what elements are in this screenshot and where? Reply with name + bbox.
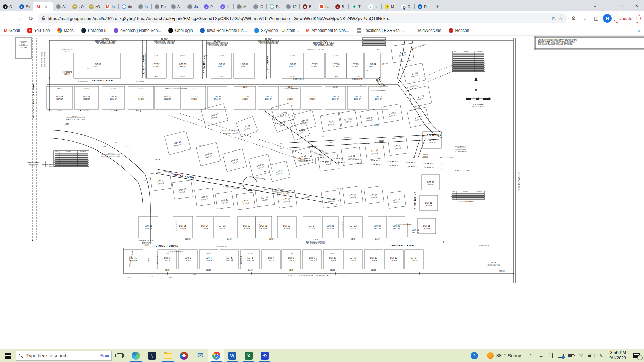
taskbar-clock[interactable]: 3:56 PM 9/1/2023 xyxy=(606,350,629,361)
browser-menu-icon[interactable]: ⋮ xyxy=(635,16,639,21)
bookmark-item[interactable]: SkySlope - Custom... xyxy=(254,28,299,33)
tray-chevron-up-icon[interactable]: ⌃ xyxy=(526,349,536,362)
profile-avatar[interactable]: H xyxy=(603,14,612,23)
taskbar-edge[interactable] xyxy=(128,349,144,362)
notification-center-button[interactable]: 1 xyxy=(629,349,644,362)
browser-tab[interactable]: BB xyxy=(332,2,349,11)
tab-search-chevron-icon[interactable]: ⌄ xyxy=(590,3,600,8)
bookmark-item[interactable]: Maps xyxy=(57,28,74,33)
lock-icon[interactable] xyxy=(42,16,45,20)
browser-tab[interactable]: 12 xyxy=(283,2,300,11)
address-bar[interactable]: https://mail.google.com/mail/u/0/?zx=xg2… xyxy=(38,13,567,23)
phone-link-icon[interactable] xyxy=(546,349,556,362)
browser-tab[interactable]: do xyxy=(119,2,135,11)
map-annotation: 125.03' xyxy=(111,110,116,111)
lot-number: LOT 85 xyxy=(351,63,359,65)
weather-widget[interactable]: 88°F Sunny xyxy=(482,349,526,362)
close-button[interactable]: ✕ xyxy=(629,0,644,11)
taskbar-remote-app[interactable]: ⟲ xyxy=(257,349,273,362)
tab-title: zO xyxy=(95,5,100,9)
pen-workspace-icon[interactable]: ✎ xyxy=(596,349,606,362)
lot-number: LOT 22 xyxy=(374,225,381,227)
search-highlight-image[interactable]: ❀◆◆ xyxy=(100,353,109,359)
bookmark-item[interactable]: OneLogin xyxy=(168,28,193,33)
lot-boundary xyxy=(277,216,296,238)
browser-tab[interactable]: Ju xyxy=(184,2,201,11)
url-text[interactable]: https://mail.google.com/mail/u/0/?zx=xg2… xyxy=(48,16,549,21)
browser-tab[interactable]: ↗M xyxy=(382,2,398,11)
browser-tab[interactable]: iC xyxy=(250,2,267,11)
lot-area: 16825 SF xyxy=(179,66,186,68)
tab-close-icon[interactable]: ✕ xyxy=(44,5,47,9)
browser-tab[interactable]: D xyxy=(398,2,415,11)
reload-button[interactable]: ⟳ xyxy=(26,14,36,23)
browser-tab[interactable]: CP xyxy=(201,2,217,11)
bookmark-item[interactable]: Beacon xyxy=(449,28,469,33)
taskbar-office[interactable] xyxy=(176,349,192,362)
taskbar-skyslope-app[interactable]: ϟ xyxy=(144,349,160,362)
volume-icon[interactable] xyxy=(586,349,596,362)
onedrive-cloud-icon[interactable]: ☁ xyxy=(536,349,546,362)
extensions-icon[interactable]: ⚙ xyxy=(569,14,578,23)
lot-boundary xyxy=(146,53,166,78)
maximize-button[interactable]: □ xyxy=(614,0,629,11)
taskbar-search-input[interactable]: Type here to search ❀◆◆ xyxy=(16,351,112,361)
browser-tab[interactable]: CH xyxy=(217,2,234,11)
browser-tab-active[interactable]: M✕ xyxy=(33,2,53,11)
taskbar-excel[interactable]: X xyxy=(240,349,257,362)
taskbar-file-explorer[interactable] xyxy=(160,349,176,362)
bookmark-item[interactable]: MidWestOne xyxy=(411,28,441,33)
remote-app-icon: ⟲ xyxy=(261,352,269,360)
taskbar-mail[interactable]: ✉ xyxy=(192,349,208,362)
browser-tab[interactable]: ONEzO xyxy=(69,2,86,11)
browser-tab[interactable]: Re xyxy=(152,2,168,11)
browser-tab[interactable]: SD xyxy=(415,2,431,11)
tab-favicon-icon xyxy=(270,4,274,9)
browser-tab[interactable]: Io xyxy=(135,2,152,11)
bookmark-star-icon[interactable]: ☆ xyxy=(559,16,563,21)
road-curve xyxy=(50,130,150,242)
bookmark-item[interactable]: YouTube xyxy=(27,28,50,33)
browser-tab[interactable]: Ai xyxy=(53,2,69,11)
browser-tab[interactable]: Pa xyxy=(267,2,283,11)
browser-tab[interactable]: MIn xyxy=(102,2,119,11)
battery-glyph xyxy=(568,354,574,357)
taskbar-chrome[interactable] xyxy=(208,349,224,362)
share-icon[interactable]: ⇱ xyxy=(552,16,556,21)
bookmark-item[interactable]: MAmendment to clos... xyxy=(306,28,350,33)
bookmark-item[interactable]: eSearch | Name Sea... xyxy=(114,28,161,33)
download-icon[interactable]: ⤓ xyxy=(580,14,590,23)
browser-tab[interactable]: ❉T xyxy=(349,2,365,11)
taskbar-word[interactable]: W xyxy=(224,349,240,362)
browser-tab[interactable]: SSk xyxy=(16,2,33,11)
map-annotation: (S 88°19'02" E 433.94') xyxy=(223,132,238,134)
browser-tab[interactable]: 1O xyxy=(0,2,16,11)
side-panel-icon[interactable]: ◫ xyxy=(592,14,601,23)
minimize-button[interactable]: – xyxy=(600,0,614,11)
browser-tab[interactable]: M xyxy=(234,2,250,11)
start-button[interactable] xyxy=(0,349,16,362)
browser-tab[interactable]: ONEzO xyxy=(86,2,102,11)
help-button[interactable]: ? xyxy=(466,349,482,362)
bookmark-item[interactable]: Paragon 5 xyxy=(81,28,106,33)
cast-display-icon[interactable] xyxy=(556,349,566,362)
bookmark-item[interactable]: MGmail xyxy=(4,28,20,33)
browser-tab[interactable]: BB xyxy=(300,2,316,11)
browser-tab[interactable]: Gst xyxy=(365,2,382,11)
back-button[interactable]: ← xyxy=(3,14,13,23)
lot-number: LOT 1 xyxy=(143,179,147,181)
street-name-label: KYNA DRIVE xyxy=(142,55,145,74)
forward-button[interactable]: → xyxy=(15,14,24,23)
bookmarks-overflow-chevron[interactable]: » xyxy=(637,28,640,33)
line-table-row-text xyxy=(363,40,385,41)
browser-tab[interactable]: A xyxy=(168,2,184,11)
wifi-icon[interactable] xyxy=(576,349,586,362)
battery-icon[interactable] xyxy=(566,349,576,362)
update-button[interactable]: Update ⋮ xyxy=(614,14,641,23)
browser-tab[interactable]: La xyxy=(316,2,332,11)
bookmark-item[interactable]: Iowa Real Estate Lic... xyxy=(200,28,247,33)
task-view-button[interactable] xyxy=(112,349,128,362)
lot-boundary xyxy=(302,86,322,109)
bookmark-item[interactable]: Locations | BGRS tal... xyxy=(357,28,404,33)
new-tab-button[interactable]: + xyxy=(433,2,442,11)
